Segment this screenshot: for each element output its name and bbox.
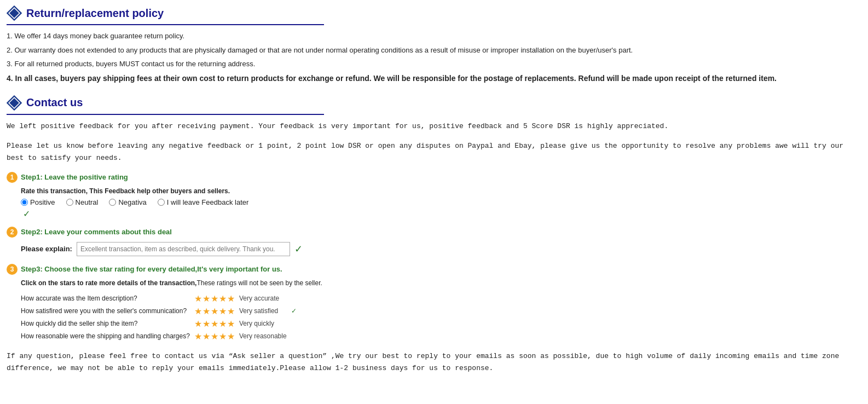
step1-number: 1 — [7, 172, 18, 183]
contact-divider — [7, 114, 324, 115]
star-icon[interactable]: ★ — [202, 319, 210, 329]
rating-stars-2[interactable]: ★ ★ ★ ★ ★ — [194, 305, 239, 318]
radio-neutral-input[interactable] — [66, 199, 73, 206]
star-icon[interactable]: ★ — [194, 331, 202, 342]
rating-desc-2: Very satisfied — [239, 305, 291, 318]
policy-list: 1. We offer 14 days money back guarantee… — [7, 31, 861, 84]
rating-row-2: How satisfired were you with the seller'… — [21, 305, 301, 318]
step3-section: 3 Step3: Choose the five star rating for… — [7, 264, 861, 343]
step2-section: 2 Step2: Leave your comments about this … — [7, 227, 861, 256]
star-icon[interactable]: ★ — [219, 306, 227, 316]
radio-negativa[interactable]: Negativa — [109, 198, 146, 206]
star-icon[interactable]: ★ — [227, 331, 235, 342]
step1-title: 1 Step1: Leave the positive rating — [7, 172, 861, 183]
star-icon[interactable]: ★ — [219, 293, 227, 304]
rating-question-4: How reasonable were the shipping and han… — [21, 330, 194, 343]
star-icon[interactable]: ★ — [202, 293, 210, 304]
ratings-table: How accurate was the Item description? ★… — [21, 292, 301, 343]
star-icon[interactable]: ★ — [211, 306, 218, 316]
star-icon[interactable]: ★ — [194, 306, 202, 316]
contact-paragraph-2: Please let us know before leaving any ne… — [7, 140, 861, 164]
return-policy-title: Return/replacement policy — [26, 7, 164, 20]
radio-negativa-input[interactable] — [109, 199, 116, 206]
radio-positive-input[interactable] — [21, 199, 28, 206]
diamond-icon-2 — [7, 95, 22, 111]
rating-desc-3: Very quickly — [239, 318, 291, 330]
radio-neutral[interactable]: Neutral — [66, 198, 99, 206]
star-icon[interactable]: ★ — [211, 293, 218, 304]
explain-label: Please explain: — [21, 245, 72, 253]
policy-item-3: 3. For all returned products, buyers MUS… — [7, 59, 861, 70]
rating-row-1: How accurate was the Item description? ★… — [21, 292, 301, 305]
star-icon[interactable]: ★ — [211, 319, 218, 329]
star-icon[interactable]: ★ — [227, 319, 235, 329]
rating-stars-3[interactable]: ★ ★ ★ ★ ★ — [194, 318, 239, 330]
rating-row-4: How reasonable were the shipping and han… — [21, 330, 301, 343]
step3-label: Step3: Choose the five star rating for e… — [21, 265, 282, 273]
star-icon[interactable]: ★ — [202, 331, 210, 342]
stars-info: Click on the stars to rate more details … — [21, 279, 861, 287]
rating-row-3: How quickly did the seller ship the item… — [21, 318, 301, 330]
star-icon[interactable]: ★ — [219, 331, 227, 342]
step3-number: 3 — [7, 264, 18, 275]
radio-positive[interactable]: Positive — [21, 198, 55, 206]
star-icon[interactable]: ★ — [219, 319, 227, 329]
radio-feedback-later[interactable]: I will leave Feedback later — [158, 198, 249, 206]
return-policy-section: Return/replacement policy 1. We offer 14… — [7, 5, 861, 84]
star-icon[interactable]: ★ — [211, 331, 218, 342]
rating-desc-1: Very accurate — [239, 292, 291, 305]
step3-checkmark: ✓ — [291, 305, 301, 318]
return-policy-header: Return/replacement policy — [7, 5, 861, 21]
policy-item-2: 2. Our warranty does not extended to any… — [7, 45, 861, 56]
rating-stars-4[interactable]: ★ ★ ★ ★ ★ — [194, 330, 239, 343]
contact-header: Contact us — [7, 95, 861, 111]
star-icon[interactable]: ★ — [194, 319, 202, 329]
star-icon[interactable]: ★ — [227, 293, 235, 304]
step2-number: 2 — [7, 227, 18, 238]
step3-title: 3 Step3: Choose the five star rating for… — [7, 264, 861, 275]
radio-later-input[interactable] — [158, 199, 165, 206]
bottom-text: If any question, please feel free to con… — [7, 350, 861, 374]
rating-question-2: How satisfired were you with the seller'… — [21, 305, 194, 318]
star-icon[interactable]: ★ — [202, 306, 210, 316]
star-icon[interactable]: ★ — [194, 293, 202, 304]
diamond-icon — [7, 5, 22, 21]
step1-label: Step1: Leave the positive rating — [21, 173, 128, 181]
explain-input[interactable] — [77, 242, 290, 256]
step1-checkmark: ✓ — [23, 209, 861, 219]
rating-desc-4: Very reasonable — [239, 330, 291, 343]
rating-stars-1[interactable]: ★ ★ ★ ★ ★ — [194, 292, 239, 305]
contact-title: Contact us — [26, 96, 83, 109]
step2-title: 2 Step2: Leave your comments about this … — [7, 227, 861, 238]
step2-label: Step2: Leave your comments about this de… — [21, 228, 172, 236]
step1-section: 1 Step1: Leave the positive rating Rate … — [7, 172, 861, 219]
step2-checkmark: ✓ — [294, 243, 303, 255]
star-icon[interactable]: ★ — [227, 306, 235, 316]
contact-section: Contact us We left positive feedback for… — [7, 95, 861, 374]
return-policy-divider — [7, 24, 324, 25]
policy-item-4: 4. In all cases, buyers pay shipping fee… — [7, 73, 861, 84]
policy-item-1: 1. We offer 14 days money back guarantee… — [7, 31, 861, 42]
contact-paragraph-1: We left positive feedback for you after … — [7, 120, 861, 132]
rate-transaction-label: Rate this transaction, This Feedback hel… — [21, 187, 861, 195]
radio-group: Positive Neutral Negativa I will leave F… — [21, 198, 861, 206]
rating-question-1: How accurate was the Item description? — [21, 292, 194, 305]
explain-row: Please explain: ✓ — [21, 242, 861, 256]
rating-question-3: How quickly did the seller ship the item… — [21, 318, 194, 330]
